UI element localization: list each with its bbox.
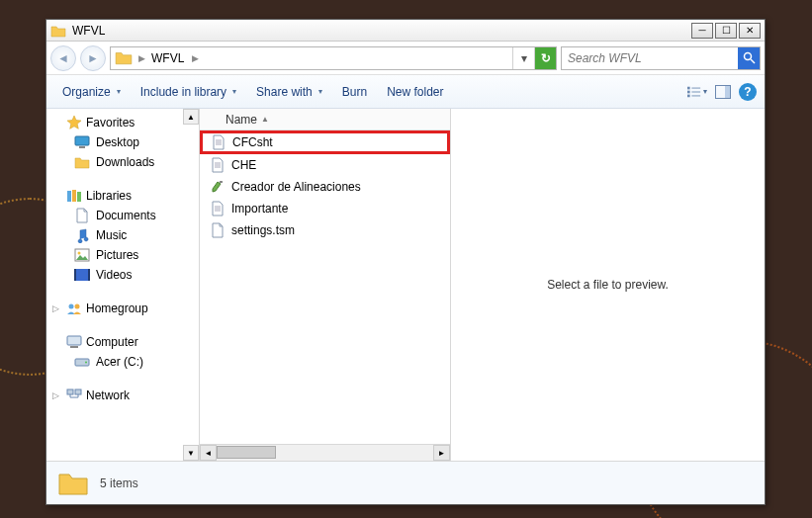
- search-box[interactable]: [561, 46, 761, 70]
- sidebar-item-label: Downloads: [96, 155, 154, 169]
- svg-rect-10: [75, 136, 89, 145]
- file-item[interactable]: CFCsht: [200, 130, 450, 154]
- titlebar[interactable]: WFVL ─ ☐ ✕: [46, 20, 765, 42]
- burn-button[interactable]: Burn: [334, 81, 375, 103]
- file-name: Creador de Alineaciones: [231, 180, 361, 194]
- file-list[interactable]: CFCsht CHE Creador de Alineaciones Impor…: [200, 130, 450, 444]
- maximize-button[interactable]: ☐: [715, 23, 737, 39]
- view-button[interactable]: [687, 82, 707, 102]
- sidebar-item-videos[interactable]: Videos: [46, 265, 199, 285]
- homegroup-label: Homegroup: [86, 302, 148, 315]
- svg-rect-34: [220, 181, 223, 183]
- svg-rect-6: [687, 94, 690, 97]
- sidebar-item-label: Music: [96, 228, 127, 242]
- file-list-pane: Name ▲ CFCsht CHE Creador de Alineacione…: [200, 109, 451, 461]
- file-name: CFCsht: [232, 135, 273, 149]
- folder-icon: [115, 49, 133, 67]
- scroll-down-button[interactable]: ▼: [183, 445, 199, 461]
- sidebar-item-label: Desktop: [96, 135, 139, 149]
- address-bar[interactable]: ▶ WFVL ▶ ▾ ↻: [110, 46, 557, 70]
- address-dropdown[interactable]: ▾: [512, 47, 534, 69]
- forward-button[interactable]: ►: [80, 45, 106, 71]
- libraries-label: Libraries: [86, 189, 132, 203]
- scroll-track[interactable]: [217, 445, 433, 461]
- svg-rect-12: [67, 191, 71, 202]
- pictures-icon: [74, 247, 90, 263]
- refresh-button[interactable]: ↻: [534, 47, 556, 69]
- sidebar-item-documents[interactable]: Documents: [46, 206, 199, 225]
- text-file-icon: [211, 134, 226, 150]
- sidebar-item-drive-c[interactable]: Acer (C:): [46, 352, 199, 372]
- favorites-group[interactable]: Favorites: [46, 113, 199, 132]
- file-icon: [210, 222, 226, 238]
- expand-icon: ▷: [52, 390, 62, 400]
- svg-point-20: [69, 304, 74, 309]
- svg-point-0: [744, 53, 751, 60]
- svg-rect-27: [75, 389, 81, 394]
- scroll-up-button[interactable]: ▲: [183, 109, 199, 125]
- sidebar-item-pictures[interactable]: Pictures: [46, 245, 199, 265]
- libraries-icon: [66, 188, 82, 204]
- toolbar: Organize Include in library Share with B…: [46, 75, 765, 109]
- chevron-right-icon[interactable]: ▶: [190, 53, 201, 63]
- sidebar-item-downloads[interactable]: Downloads: [46, 152, 199, 172]
- text-file-icon: [210, 157, 226, 173]
- svg-rect-9: [725, 86, 730, 98]
- explorer-window: WFVL ─ ☐ ✕ ◄ ► ▶ WFVL ▶ ▾ ↻: [45, 19, 766, 505]
- search-input[interactable]: [562, 51, 738, 65]
- sidebar-item-label: Videos: [96, 268, 132, 282]
- sidebar-item-music[interactable]: Music: [46, 225, 199, 245]
- file-item[interactable]: Creador de Alineaciones: [200, 176, 450, 198]
- preview-pane: Select a file to preview.: [451, 109, 765, 461]
- sidebar-item-label: Pictures: [96, 248, 138, 262]
- svg-rect-26: [67, 389, 73, 394]
- svg-rect-19: [88, 269, 90, 281]
- status-item-count: 5 items: [100, 476, 138, 490]
- share-with-button[interactable]: Share with: [248, 81, 330, 103]
- search-button[interactable]: [738, 47, 760, 69]
- sort-asc-icon: ▲: [261, 115, 269, 124]
- network-icon: [66, 388, 82, 403]
- scroll-left-button[interactable]: ◄: [200, 445, 217, 461]
- new-folder-button[interactable]: New folder: [379, 81, 451, 103]
- column-label: Name: [226, 113, 257, 127]
- app-icon: [210, 179, 226, 195]
- scroll-thumb[interactable]: [217, 446, 276, 459]
- horizontal-scrollbar[interactable]: ◄ ►: [200, 444, 450, 461]
- organize-button[interactable]: Organize: [54, 81, 129, 103]
- file-name: Importante: [231, 202, 288, 216]
- file-item[interactable]: CHE: [200, 154, 450, 176]
- file-item[interactable]: Importante: [200, 198, 450, 219]
- libraries-group[interactable]: Libraries: [46, 186, 199, 206]
- sidebar-item-label: Documents: [96, 209, 156, 222]
- network-label: Network: [86, 388, 130, 402]
- minimize-button[interactable]: ─: [691, 23, 713, 39]
- svg-rect-17: [74, 269, 90, 281]
- svg-line-1: [751, 59, 755, 63]
- sidebar-item-desktop[interactable]: Desktop: [46, 132, 199, 152]
- downloads-icon: [74, 154, 90, 170]
- network-group[interactable]: ▷ Network: [46, 386, 199, 405]
- svg-rect-7: [691, 95, 700, 96]
- body-area: ▲ Favorites Desktop Downloads: [46, 109, 765, 461]
- chevron-right-icon[interactable]: ▶: [136, 53, 147, 63]
- svg-rect-23: [70, 346, 78, 348]
- preview-pane-button[interactable]: [713, 82, 733, 102]
- status-bar: 5 items: [46, 461, 765, 504]
- back-button[interactable]: ◄: [50, 45, 76, 71]
- preview-empty-text: Select a file to preview.: [547, 278, 669, 292]
- svg-rect-11: [79, 146, 85, 148]
- navigation-pane[interactable]: ▲ Favorites Desktop Downloads: [46, 109, 200, 461]
- breadcrumb-item[interactable]: WFVL: [147, 51, 190, 65]
- computer-group[interactable]: Computer: [46, 332, 199, 352]
- help-button[interactable]: ?: [739, 83, 757, 101]
- homegroup-group[interactable]: ▷ Homegroup: [46, 299, 199, 318]
- scroll-right-button[interactable]: ►: [433, 445, 450, 461]
- include-library-button[interactable]: Include in library: [133, 81, 244, 103]
- text-file-icon: [210, 201, 226, 216]
- column-header-name[interactable]: Name ▲: [200, 109, 450, 130]
- close-button[interactable]: ✕: [739, 23, 761, 39]
- sidebar-item-label: Acer (C:): [96, 355, 143, 369]
- file-item[interactable]: settings.tsm: [200, 219, 450, 241]
- file-name: CHE: [231, 158, 256, 172]
